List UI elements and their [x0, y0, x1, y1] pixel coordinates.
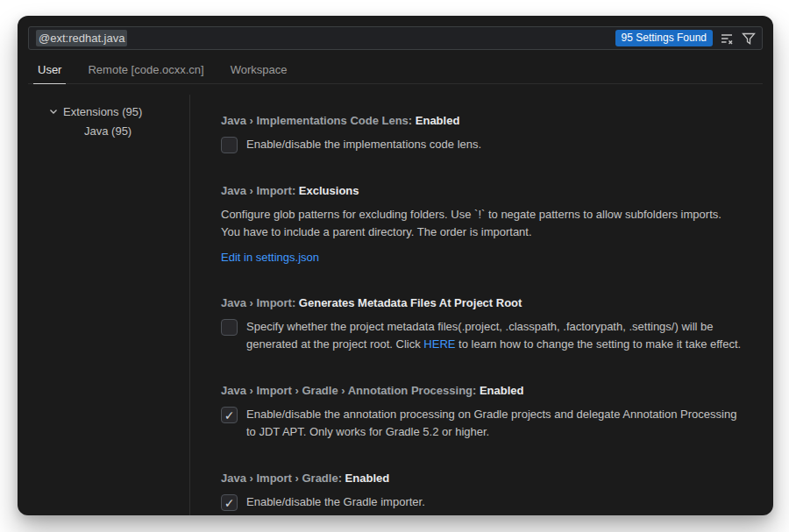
setting-title: Java › Import › Gradle › Annotation Proc… — [221, 383, 749, 398]
setting-description: Configure glob patterns for excluding fo… — [221, 206, 734, 241]
edit-in-settings-json-link[interactable]: Edit in settings.json — [221, 251, 319, 264]
settings-list: Java › Implementations Code Lens: Enable… — [190, 95, 773, 511]
setting-row: Java › Implementations Code Lens: Enable… — [221, 113, 749, 153]
setting-checkbox[interactable]: ✓ — [221, 494, 238, 511]
settings-editor-window: @ext:redhat.java 95 Settings Found — [18, 16, 773, 515]
settings-panel: Java › Implementations Code Lens: Enable… — [189, 95, 773, 515]
setting-description: Enable/disable the implementations code … — [246, 136, 481, 153]
setting-title: Java › Implementations Code Lens: Enable… — [221, 113, 749, 128]
setting-description: Enable/disable the annotation processing… — [246, 406, 749, 441]
tab-remote[interactable]: Remote [code.ocxx.cn] — [83, 55, 208, 84]
setting-label: Generates Metadata Files At Project Root — [299, 296, 522, 309]
search-bar: @ext:redhat.java 95 Settings Found — [18, 16, 773, 50]
setting-label: Enabled — [345, 472, 390, 485]
setting-category: Java › Import: — [221, 184, 299, 197]
setting-description: Specify whether the project metadata fil… — [246, 318, 749, 353]
setting-category: Java › Import: — [221, 296, 299, 309]
description-text: Enable/disable the annotation processing… — [246, 408, 736, 438]
setting-label: Enabled — [416, 114, 460, 127]
setting-category: Java › Import › Gradle › Annotation Proc… — [221, 384, 480, 397]
tab-user[interactable]: User — [33, 55, 66, 84]
setting-row: Java › Import: Exclusions Configure glob… — [221, 183, 749, 266]
setting-category: Java › Import › Gradle: — [221, 472, 345, 485]
checkmark-icon: ✓ — [224, 497, 235, 509]
setting-label: Exclusions — [299, 184, 359, 197]
setting-row: Java › Import › Gradle: Enabled ✓ Enable… — [221, 471, 749, 511]
clear-filters-icon[interactable] — [719, 31, 735, 46]
setting-title: Java › Import › Gradle: Enabled — [221, 471, 749, 486]
search-query-text[interactable]: @ext:redhat.java — [36, 30, 127, 46]
setting-category: Java › Implementations Code Lens: — [221, 114, 416, 127]
chevron-down-icon[interactable] — [46, 104, 60, 118]
description-text: to learn how to change the setting to ma… — [455, 337, 741, 351]
setting-title: Java › Import: Exclusions — [221, 183, 749, 198]
setting-row: Java › Import: Generates Metadata Files … — [221, 295, 749, 353]
scope-tabs: User Remote [code.ocxx.cn] Workspace — [28, 55, 763, 84]
description-text: Enable/disable the implementations code … — [246, 138, 481, 151]
filter-icon[interactable] — [741, 31, 757, 46]
inline-link[interactable]: HERE — [423, 337, 455, 351]
toc-item-label: Extensions (95) — [63, 105, 142, 118]
setting-title: Java › Import: Generates Metadata Files … — [221, 295, 749, 310]
toc-item-extensions[interactable]: Extensions (95) — [18, 102, 189, 121]
results-count-badge: 95 Settings Found — [615, 30, 713, 46]
setting-description: Enable/disable the Gradle importer. — [246, 493, 425, 511]
tab-user-label: User — [38, 63, 61, 76]
setting-row: Java › Import › Gradle › Annotation Proc… — [221, 383, 749, 441]
setting-checkbox[interactable]: ✓ — [221, 407, 238, 423]
tab-workspace[interactable]: Workspace — [226, 55, 292, 84]
checkmark-icon: ✓ — [224, 409, 235, 422]
toc-item-java[interactable]: Java (95) — [18, 121, 189, 140]
description-text: Configure glob patterns for excluding fo… — [221, 208, 721, 238]
settings-search-input[interactable]: @ext:redhat.java 95 Settings Found — [28, 26, 763, 50]
tab-workspace-label: Workspace — [231, 63, 288, 76]
setting-checkbox[interactable] — [221, 319, 238, 336]
edit-in-settings-json: Edit in settings.json — [221, 250, 749, 266]
setting-label: Enabled — [480, 384, 524, 397]
toc-item-label: Java (95) — [84, 124, 132, 138]
tab-remote-label: Remote [code.ocxx.cn] — [88, 63, 203, 76]
settings-content: Extensions (95) Java (95) Java › Impleme… — [18, 84, 773, 515]
setting-checkbox[interactable] — [221, 137, 238, 153]
table-of-contents: Extensions (95) Java (95) — [18, 95, 189, 515]
description-text: Enable/disable the Gradle importer. — [246, 495, 425, 508]
